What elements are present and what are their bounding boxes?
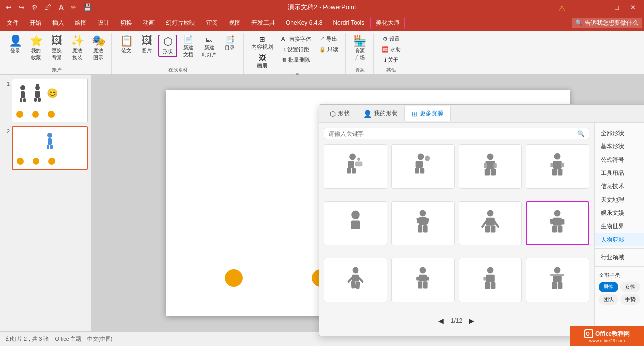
menu-transition[interactable]: 切换 xyxy=(115,17,137,29)
sidebar-cat-entertainment[interactable]: 娱乐文娱 xyxy=(595,207,644,220)
shape-cell-8[interactable] xyxy=(526,201,589,245)
dialog-pagination: ◀ 1/12 ▶ xyxy=(324,311,589,331)
menu-animation[interactable]: 动画 xyxy=(138,17,160,29)
svg-point-61 xyxy=(352,267,358,274)
menu-onekey[interactable]: OneKey 6.4.8 xyxy=(281,17,327,28)
magic-replace-btn[interactable]: ✨ 魔法换装 xyxy=(68,35,87,62)
tab-shapes[interactable]: ⬡ 形状 xyxy=(323,106,357,121)
sidebar-cat-basic-shapes[interactable]: 基本形状 xyxy=(595,140,644,153)
slide-info: 幻灯片 2，共 3 张 xyxy=(6,335,49,343)
svg-point-55 xyxy=(554,210,561,217)
shape-cell-5[interactable] xyxy=(324,201,388,245)
settings-btn[interactable]: ⚙ 设置 xyxy=(379,35,404,44)
subcat-female[interactable]: 女性 xyxy=(620,282,640,292)
svg-rect-20 xyxy=(352,168,356,173)
prev-page-btn[interactable]: ◀ xyxy=(435,316,447,326)
inner-view-btn[interactable]: ⊞ 内容视划 xyxy=(249,35,276,52)
new-doc-btn[interactable]: 📄 新建文档 xyxy=(179,35,198,59)
menu-slideshow[interactable]: 幻灯片放映 xyxy=(161,17,200,29)
shape-cell-3[interactable] xyxy=(459,144,522,189)
slide-img-2[interactable] xyxy=(12,126,88,170)
menu-view[interactable]: 视图 xyxy=(224,17,246,29)
canvas-btn[interactable]: 🖼 画册 xyxy=(249,53,276,70)
minimize-btn[interactable]: — xyxy=(594,2,608,12)
redo-btn[interactable]: ↪ xyxy=(17,2,27,12)
close-btn[interactable]: ✕ xyxy=(625,2,640,12)
image-btn[interactable]: 🖼 图片 xyxy=(138,35,156,55)
menu-bar: 文件 开始 插入 绘图 设计 切换 动画 幻灯片放映 审阅 视图 开发工具 On… xyxy=(0,15,644,31)
export-btn[interactable]: ↗ 导出 xyxy=(316,35,341,44)
menu-design[interactable]: 设计 xyxy=(93,17,114,29)
svg-rect-3 xyxy=(23,98,26,102)
pen-btn[interactable]: 🖊 xyxy=(43,2,54,12)
shape-cell-1[interactable] xyxy=(324,144,388,189)
office-badge-line1: Office教程网 xyxy=(595,330,630,338)
font-btn[interactable]: A xyxy=(57,2,66,12)
menu-devtools[interactable]: 开发工具 xyxy=(247,17,280,29)
new-slide-btn[interactable]: 🗂 新建幻灯片 xyxy=(200,35,218,59)
pencil-btn[interactable]: ✏ xyxy=(69,2,78,12)
subcat-team[interactable]: 团队 xyxy=(599,294,618,305)
slide-thumb-2[interactable]: 2 xyxy=(3,126,88,170)
menu-beautify[interactable]: 美化大师 xyxy=(370,17,405,29)
menu-nordri[interactable]: Nordri Tools xyxy=(328,17,369,28)
svg-point-29 xyxy=(487,154,493,160)
shape-cell-2[interactable]: + xyxy=(391,144,455,189)
more-btn[interactable]: — xyxy=(97,2,107,12)
tab-my-shapes[interactable]: 👤 我的形状 xyxy=(357,106,404,121)
menu-insert[interactable]: 插入 xyxy=(47,17,69,29)
menu-review[interactable]: 审阅 xyxy=(201,17,223,29)
login-btn[interactable]: 👤 登录 xyxy=(6,35,25,55)
language-info: 中文(中国) xyxy=(87,335,112,343)
sidebar-cat-all-shapes[interactable]: 全部形状 xyxy=(595,127,644,140)
sidebar-cat-formula-symbols[interactable]: 公式符号 xyxy=(595,153,644,167)
sidebar-cat-biology[interactable]: 生物世界 xyxy=(595,220,644,233)
svg-rect-18 xyxy=(348,161,354,168)
undo-btn[interactable]: ↩ xyxy=(4,2,14,12)
sidebar-cat-astronomy[interactable]: 天文地理 xyxy=(595,193,644,207)
slide-img-1[interactable]: 😊 xyxy=(12,79,88,122)
svg-rect-68 xyxy=(419,275,427,281)
shape-cell-11[interactable] xyxy=(459,258,522,302)
about-btn[interactable]: ℹ 关于 xyxy=(379,55,404,65)
subcat-male[interactable]: 男性 xyxy=(599,282,618,292)
menu-file[interactable]: 文件 xyxy=(2,17,24,29)
svg-rect-45 xyxy=(418,225,423,232)
shape-cell-4[interactable] xyxy=(526,144,589,189)
shape-cell-12[interactable] xyxy=(526,258,589,302)
save-btn[interactable]: 💾 xyxy=(81,2,94,12)
shape-cell-9[interactable] xyxy=(324,258,388,302)
sidebar-cat-tools[interactable]: 工具用品 xyxy=(595,167,644,180)
resource-plaza-btn[interactable]: 🏪 资源广场 xyxy=(351,35,369,62)
search-input[interactable] xyxy=(328,130,575,137)
replace-font-btn[interactable]: A+ 替换字体 xyxy=(278,35,314,44)
next-page-btn[interactable]: ▶ xyxy=(466,316,477,326)
batch-delete-btn[interactable]: 🗑 批量删除 xyxy=(278,55,314,65)
dialog-search-bar[interactable]: 🔍 xyxy=(324,128,589,139)
shape-btn[interactable]: ⬡ 形状 xyxy=(158,35,177,57)
dialog-close-btn[interactable]: ✕ xyxy=(640,107,644,120)
maximize-btn[interactable]: □ xyxy=(609,2,624,12)
favorites-btn[interactable]: ⭐ 我的收藏 xyxy=(27,35,45,62)
sidebar-cat-info-tech[interactable]: 信息技术 xyxy=(595,180,644,193)
readonly-btn[interactable]: 🔒 只读 xyxy=(316,45,341,54)
customize-btn[interactable]: ⚙ xyxy=(30,2,40,12)
tab-more-resources[interactable]: ⊞ 更多资源 xyxy=(404,106,451,121)
shape-cell-10[interactable] xyxy=(391,258,455,302)
help-btn[interactable]: 🆘 求助 xyxy=(379,45,404,54)
menu-home[interactable]: 开始 xyxy=(25,17,46,29)
subcat-gesture[interactable]: 手势 xyxy=(620,294,640,305)
shape-cell-6[interactable] xyxy=(391,201,455,245)
magic-icon-icon: 🎭 xyxy=(92,35,105,46)
menu-search[interactable]: 🔍 告诉我您想要做什么 xyxy=(572,18,642,28)
replace-bg-btn[interactable]: 🖼 更换背景 xyxy=(47,35,66,62)
template-btn[interactable]: 📋 范文 xyxy=(117,35,136,55)
catalog-btn[interactable]: 📑 目录 xyxy=(220,35,239,52)
slide-thumb-1[interactable]: 1 xyxy=(3,79,88,122)
set-spacing-btn[interactable]: ↕ 设置行距 xyxy=(278,45,314,54)
sidebar-cat-person-silhouette[interactable]: 人物剪影 xyxy=(595,233,644,246)
sidebar-cat-industry[interactable]: 行业领域 xyxy=(595,251,644,264)
magic-icon-btn[interactable]: 🎭 魔法图示 xyxy=(89,35,107,62)
shape-cell-7[interactable] xyxy=(459,201,522,245)
menu-draw[interactable]: 绘图 xyxy=(70,17,92,29)
